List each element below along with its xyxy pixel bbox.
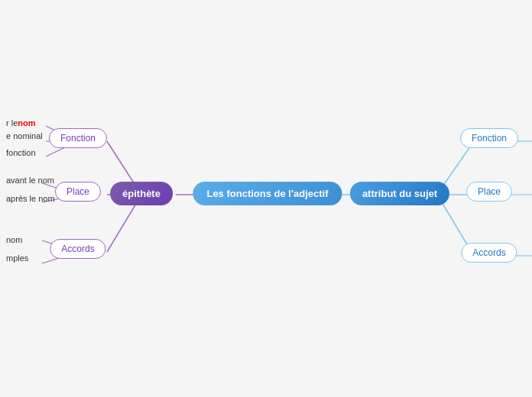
leaf-avant-node: avant le nom (2, 174, 59, 186)
fonction-left-node[interactable]: Fonction (49, 128, 107, 148)
attribut-sujet-node[interactable]: attribut du sujet (350, 182, 449, 205)
leaf-role-prefix: r le (6, 118, 18, 127)
accords-left-node[interactable]: Accords (50, 239, 105, 259)
leaf-exemples-node: mples (2, 252, 33, 264)
leaf-nominal-node: e nominal (2, 130, 47, 142)
leaf-apres-node: après le nom (2, 192, 60, 205)
fonction-right-node[interactable]: Fonction (460, 128, 518, 148)
mindmap: épithète Les fonctions de l'adjectif att… (0, 0, 532, 397)
leaf-nom-node: nom (2, 234, 27, 246)
epithete-node[interactable]: épithète (110, 182, 173, 205)
place-right-node[interactable]: Place (466, 182, 512, 202)
place-left-node[interactable]: Place (55, 182, 101, 202)
accords-right-node[interactable]: Accords (461, 243, 517, 263)
leaf-role-nom: nom (18, 118, 35, 127)
leaf-fonction-node: fonction (2, 147, 41, 159)
leaf-role-node: r le nom (2, 117, 41, 129)
les-fonctions-node[interactable]: Les fonctions de l'adjectif (193, 182, 342, 205)
